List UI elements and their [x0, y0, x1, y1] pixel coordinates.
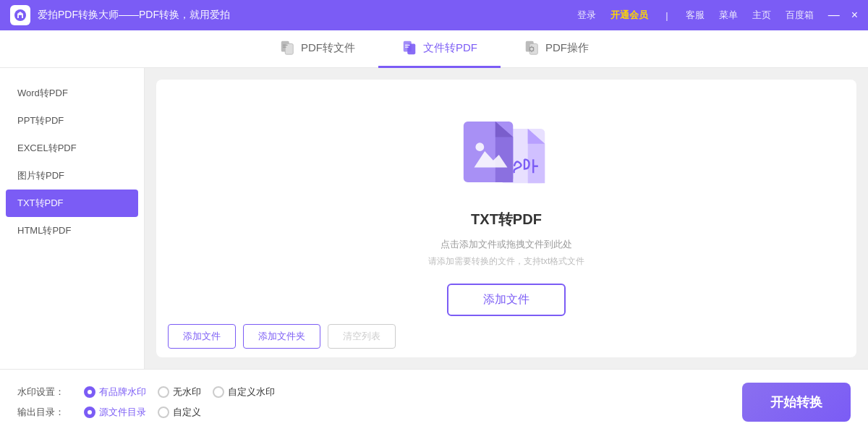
output-options: 源文件目录 自定义 — [84, 406, 201, 419]
watermark-custom-radio[interactable] — [213, 386, 224, 398]
watermark-brand-label: 有品牌水印 — [99, 386, 146, 399]
output-source-dir[interactable]: 源文件目录 — [84, 406, 146, 419]
pdf-to-file-icon — [279, 40, 295, 56]
output-custom-dir[interactable]: 自定义 — [158, 406, 201, 419]
nav-items: 登录 开通会员 | 客服 菜单 主页 百度箱 — [577, 9, 813, 22]
sidebar-item-excel-to-pdf[interactable]: EXCEL转PDF — [0, 135, 144, 162]
output-row: 输出目录： 源文件目录 自定义 — [17, 406, 742, 419]
main-content: Word转PDF PPT转PDF EXCEL转PDF 图片转PDF TXT转PD… — [0, 68, 868, 369]
sidebar-item-ppt-to-pdf[interactable]: PPT转PDF — [0, 107, 144, 135]
minimize-btn[interactable]: — — [828, 9, 840, 22]
svg-point-10 — [475, 142, 484, 151]
tab-pdf-to-file-label: PDF转文件 — [301, 41, 355, 55]
app-title: 爱拍PDF转换大师——PDF转换，就用爱拍 — [38, 9, 577, 22]
bottom-panel: 水印设置： 有品牌水印 无水印 自定义水印 输出目录： — [0, 369, 868, 434]
dropzone[interactable]: TXT转PDF 点击添加文件或拖拽文件到此处 请添加需要转换的文件，支持txt格… — [156, 80, 856, 357]
sidebar-item-html-to-pdf[interactable]: HTML转PDF — [0, 217, 144, 244]
app-logo — [10, 5, 30, 25]
titlebar: 爱拍PDF转换大师——PDF转换，就用爱拍 登录 开通会员 | 客服 菜单 主页… — [0, 0, 868, 30]
dropzone-toolbar: 添加文件 添加文件夹 清空列表 — [156, 315, 856, 357]
add-file-button[interactable]: 添加文件 — [168, 324, 236, 349]
output-source-radio[interactable] — [84, 407, 95, 418]
tabbar: PDF转文件 文件转PDF PDF操作 — [0, 30, 868, 68]
sidebar-item-word-to-pdf[interactable]: Word转PDF — [0, 80, 144, 107]
tab-pdf-ops-label: PDF操作 — [545, 41, 589, 55]
menu-btn[interactable]: 菜单 — [719, 9, 738, 22]
home-btn[interactable]: 主页 — [752, 9, 771, 22]
drop-title: TXT转PDF — [471, 210, 542, 229]
drop-hint: 请添加需要转换的文件，支持txt格式文件 — [428, 255, 585, 268]
sidebar-item-txt-to-pdf[interactable]: TXT转PDF — [6, 190, 138, 217]
vip-btn[interactable]: 开通会员 — [610, 9, 648, 22]
sidebar-item-img-to-pdf[interactable]: 图片转PDF — [0, 162, 144, 190]
clear-list-button[interactable]: 清空列表 — [328, 324, 396, 349]
tab-file-to-pdf-label: 文件转PDF — [423, 41, 477, 55]
output-custom-radio[interactable] — [158, 407, 169, 418]
window-controls: — × — [828, 9, 858, 22]
output-source-label: 源文件目录 — [99, 406, 146, 419]
tab-pdf-to-file[interactable]: PDF转文件 — [256, 30, 378, 68]
watermark-custom-label: 自定义水印 — [228, 386, 275, 399]
start-convert-button[interactable]: 开始转换 — [742, 383, 851, 422]
watermark-brand[interactable]: 有品牌水印 — [84, 386, 146, 399]
watermark-custom[interactable]: 自定义水印 — [213, 386, 275, 399]
watermark-options: 有品牌水印 无水印 自定义水印 — [84, 386, 275, 399]
watermark-label: 水印设置： — [17, 386, 75, 399]
close-btn[interactable]: × — [851, 9, 858, 22]
toolbox-btn[interactable]: 百度箱 — [786, 9, 814, 22]
tab-pdf-ops[interactable]: PDF操作 — [501, 30, 612, 68]
drop-content: TXT转PDF 点击添加文件或拖拽文件到此处 请添加需要转换的文件，支持txt格… — [428, 122, 585, 316]
support-btn[interactable]: 客服 — [686, 9, 705, 22]
watermark-brand-radio[interactable] — [84, 386, 95, 398]
output-label: 输出目录： — [17, 406, 75, 419]
watermark-none-label: 无水印 — [173, 386, 201, 399]
file-to-pdf-icon — [401, 40, 417, 56]
watermark-none-radio[interactable] — [158, 386, 169, 398]
add-file-main-button[interactable]: 添加文件 — [447, 284, 566, 316]
txt-icon — [463, 122, 517, 185]
watermark-row: 水印设置： 有品牌水印 无水印 自定义水印 — [17, 386, 742, 399]
watermark-none[interactable]: 无水印 — [158, 386, 201, 399]
add-folder-button[interactable]: 添加文件夹 — [243, 324, 320, 349]
sidebar: Word转PDF PPT转PDF EXCEL转PDF 图片转PDF TXT转PD… — [0, 68, 145, 369]
bottom-settings: 水印设置： 有品牌水印 无水印 自定义水印 输出目录： — [17, 386, 742, 419]
drop-subtitle: 点击添加文件或拖拽文件到此处 — [441, 238, 572, 251]
login-btn[interactable]: 登录 — [577, 9, 596, 22]
output-custom-label: 自定义 — [173, 406, 201, 419]
file-icon-group — [463, 122, 550, 194]
pdf-ops-icon — [524, 40, 540, 56]
tab-file-to-pdf[interactable]: 文件转PDF — [378, 30, 501, 68]
